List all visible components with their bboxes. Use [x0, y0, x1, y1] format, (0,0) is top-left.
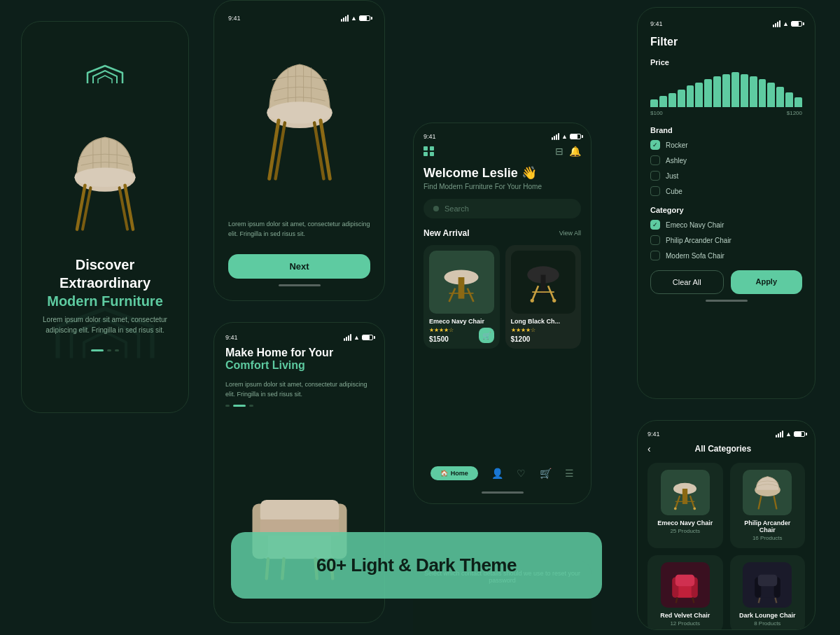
- svg-line-23: [449, 288, 456, 302]
- clear-all-button[interactable]: Clear All: [650, 270, 724, 294]
- cat-emeco[interactable]: ✓ Emeco Navy Chair: [650, 220, 802, 230]
- status-icons-5: ▲: [776, 431, 805, 438]
- nav-home[interactable]: 🏠 Home: [430, 466, 478, 480]
- svg-point-31: [530, 299, 533, 302]
- nav-favorite-icon[interactable]: ♡: [517, 468, 526, 479]
- cat-emeco-checkbox[interactable]: ✓: [650, 220, 660, 230]
- product-price-2: $1200: [511, 335, 576, 343]
- brand-cube-label: Cube: [666, 188, 682, 195]
- cat-philip-checkbox[interactable]: [650, 235, 660, 245]
- status-bar-5: 9:41 ▲: [648, 431, 805, 438]
- price-min-label: $100: [650, 110, 663, 116]
- grid-dot-1: [424, 146, 428, 151]
- comfort-title: Make Home for Your Comfort Living: [225, 347, 373, 372]
- bar-4: [678, 90, 685, 107]
- cat-philip-label: Philip Arcander Chair: [666, 237, 732, 244]
- grid-icon[interactable]: [424, 146, 435, 156]
- cat-modern-checkbox[interactable]: [650, 251, 660, 260]
- bar-13: [759, 79, 766, 107]
- welcome-title: Welcome Leslie 👋: [424, 165, 581, 181]
- categories-grid: Emeco Navy Chair 25 Products Philip Arca…: [648, 463, 805, 630]
- svg-point-1: [75, 167, 136, 186]
- wifi-icon: ▲: [351, 15, 357, 22]
- bar-3: [668, 93, 676, 107]
- svg-line-42: [774, 496, 776, 508]
- status-bar-2: 9:41 ▲: [228, 15, 370, 22]
- cat-philip[interactable]: Philip Arcander Chair: [650, 235, 802, 245]
- cat-card-black[interactable]: Dark Lounge Chair 8 Products: [730, 555, 806, 630]
- header-actions: ⊟ 🔔: [555, 146, 581, 157]
- brand-just[interactable]: Just: [650, 171, 802, 181]
- brand-ashley-checkbox[interactable]: [650, 155, 660, 165]
- next-button[interactable]: Next: [228, 254, 370, 279]
- emeco-chair-icon: [666, 473, 704, 512]
- cat-img-red: [661, 562, 710, 608]
- philip-chair-icon: [748, 473, 787, 512]
- svg-point-38: [674, 508, 677, 510]
- cat-count-red: 12 Products: [670, 620, 700, 627]
- grid-dot-4: [430, 152, 434, 156]
- cat-card-red[interactable]: Red Velvet Chair 12 Products: [648, 555, 723, 630]
- filter-icon[interactable]: ⊟: [555, 146, 564, 157]
- brand-rocker[interactable]: ✓ Rocker: [650, 140, 802, 150]
- brand-rocker-label: Rocker: [666, 141, 688, 149]
- cat-card-philip[interactable]: Philip Arcander Chair 16 Products: [730, 463, 806, 548]
- product-card-1[interactable]: Emeco Navy Chair ★★★★☆ $1500 🛒: [424, 245, 500, 349]
- chair-area: [228, 27, 370, 213]
- black-chair-icon: [748, 566, 787, 604]
- search-bar[interactable]: Search: [424, 199, 581, 218]
- wifi-5: ▲: [785, 431, 792, 438]
- bar-17: [794, 97, 802, 107]
- nav-cart-icon[interactable]: 🛒: [540, 468, 552, 479]
- brand-cube-checkbox[interactable]: [650, 186, 660, 196]
- apply-button[interactable]: Apply: [731, 270, 803, 294]
- brand-section-title: Brand: [650, 126, 802, 134]
- bar-5: [687, 85, 694, 107]
- svg-line-24: [468, 288, 474, 302]
- brand-cube[interactable]: Cube: [650, 186, 802, 196]
- svg-line-41: [758, 496, 761, 508]
- status-icons-3: ▲: [552, 133, 581, 140]
- notification-icon[interactable]: 🔔: [569, 146, 581, 157]
- price-section-title: Price: [650, 58, 802, 67]
- brand-rocker-checkbox[interactable]: ✓: [650, 140, 660, 150]
- brand-just-checkbox[interactable]: [650, 171, 660, 181]
- bar-16: [785, 92, 793, 107]
- banner-text: 60+ Light & Dark Theme: [316, 554, 517, 576]
- svg-point-7: [267, 102, 332, 123]
- svg-line-54: [775, 598, 776, 603]
- add-to-cart-1[interactable]: 🛒: [479, 328, 494, 343]
- product-image-2: [511, 251, 576, 314]
- category-list: ✓ Emeco Navy Chair Philip Arcander Chair…: [650, 220, 802, 260]
- back-button[interactable]: ‹: [648, 443, 651, 454]
- status-time-4: 9:41: [650, 20, 663, 27]
- svg-line-53: [758, 598, 760, 603]
- status-time-3: 9:41: [424, 133, 436, 140]
- bar-10: [732, 72, 739, 107]
- onboarding-text: Lorem ipsum dolor sit amet, consectetur …: [228, 213, 370, 250]
- bar-stool-beige: [437, 258, 486, 307]
- battery-2b: [362, 335, 373, 340]
- filter-title: Filter: [650, 36, 802, 48]
- svg-line-48: [693, 598, 694, 603]
- grid-dot-3: [424, 152, 428, 156]
- cat-modern[interactable]: Modern Sofa Chair: [650, 251, 802, 260]
- svg-line-35: [676, 496, 680, 508]
- nav-profile-icon[interactable]: 👤: [491, 468, 503, 479]
- brand-ashley-label: Ashley: [666, 157, 687, 165]
- battery-4: [791, 21, 802, 27]
- status-time-5: 9:41: [648, 431, 660, 438]
- nav-account-icon[interactable]: ☰: [565, 468, 574, 479]
- product-card-2[interactable]: Long Black Ch... ★★★★☆ $1200: [505, 245, 582, 349]
- product-name-1: Emeco Navy Chair: [429, 318, 494, 325]
- brand-ashley[interactable]: Ashley: [650, 155, 802, 165]
- cat-modern-label: Modern Sofa Chair: [666, 252, 724, 260]
- chair-illustration-1: [56, 125, 154, 237]
- signal-3: [552, 133, 559, 140]
- cat-name-red: Red Velvet Chair: [660, 612, 710, 619]
- bar-stool-black: [519, 258, 568, 307]
- cat-card-emeco[interactable]: Emeco Navy Chair 25 Products: [648, 463, 723, 548]
- red-chair-icon: [666, 566, 704, 604]
- view-all-link[interactable]: View All: [559, 230, 581, 237]
- wifi-4: ▲: [783, 20, 789, 27]
